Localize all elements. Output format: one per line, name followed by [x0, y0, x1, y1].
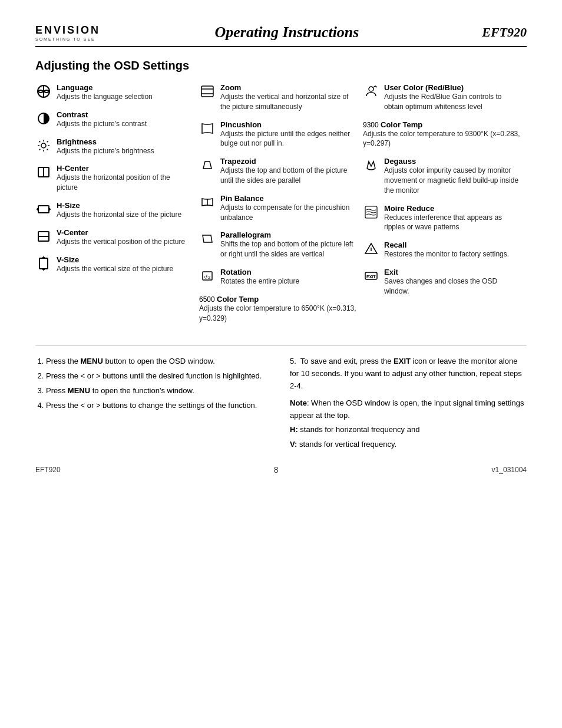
osd-column-1: Language Adjusts the language selection …: [35, 83, 199, 331]
osd-item-contrast: Contrast Adjusts the picture's contrast: [35, 110, 193, 129]
svg-line-9: [47, 149, 48, 150]
trapezoid-text: Trapezoid Adjusts the top and bottom of …: [220, 157, 357, 186]
vcenter-desc: Adjusts the vertical position of the pic…: [57, 237, 193, 247]
osd-item-pincushion: Pincushion Adjusts the picture until the…: [199, 120, 357, 149]
exit-label: Exit: [384, 268, 521, 276]
degauss-label: Degauss: [384, 157, 521, 166]
contrast-label: Contrast: [57, 110, 193, 119]
moire-text: Moire Reduce Reduces interference that a…: [384, 204, 521, 233]
brand-tagline: SOMETHING TO SEE: [35, 37, 106, 41]
footer-right: v1_031004: [492, 466, 527, 474]
osd-item-colortemp6500: 6500 Color Temp Adjusts the color temper…: [199, 295, 357, 324]
rotation-desc: Rotates the entire picture: [220, 276, 357, 286]
brightness-desc: Adjusts the picture's brightness: [57, 146, 193, 156]
hsize-label: H-Size: [57, 201, 193, 210]
page-title: Operating Instructions: [106, 24, 468, 41]
hcenter-desc: Adjusts the horizontal position of the p…: [57, 173, 193, 193]
moire-desc: Reduces interference that appears as rip…: [384, 213, 521, 233]
pincushion-icon: [199, 121, 216, 136]
osd-item-pinbalance: Pin Balance Adjusts to compensate for th…: [199, 194, 357, 223]
svg-marker-27: [203, 235, 212, 242]
osd-item-zoom: Zoom Adjusts the vertical and horizontal…: [199, 83, 357, 112]
vcenter-label: V-Center: [57, 228, 193, 237]
hsize-desc: Adjusts the horizontal size of the pictu…: [57, 210, 193, 220]
language-text: Language Adjusts the language selection: [57, 83, 193, 102]
instruction-2: Press the < or > buttons until the desir…: [46, 370, 272, 383]
instruction-3: Press MENU to open the function's window…: [46, 385, 272, 397]
usercolor-text: User Color (Red/Blue) Adjusts the Red/Bl…: [384, 83, 521, 112]
usercolor-desc: Adjusts the Red/Blue Gain controls to ob…: [384, 92, 521, 112]
exit-icon: EXIT: [363, 269, 379, 283]
svg-rect-22: [201, 86, 213, 97]
osd-item-moire: Moire Reduce Reduces interference that a…: [363, 204, 521, 233]
trapezoid-icon: [199, 158, 216, 172]
zoom-desc: Adjusts the vertical and horizontal size…: [220, 92, 357, 112]
colortemp9300-text: 9300 Color Temp Adjusts the color temper…: [363, 120, 521, 149]
model-number: EFT920: [468, 25, 527, 40]
usercolor-icon: [363, 84, 379, 98]
hsize-icon: [35, 202, 52, 216]
language-desc: Adjusts the language selection: [57, 92, 193, 102]
brightness-text: Brightness Adjusts the picture's brightn…: [57, 137, 193, 156]
trapezoid-desc: Adjusts the top and bottom of the pictur…: [220, 166, 357, 186]
instructions-left: Press the MENU button to open the OSD wi…: [35, 355, 272, 453]
instruction-5: 5. To save and exit, press the EXIT icon…: [290, 355, 527, 392]
instruction-4: Press the < or > buttons to change the s…: [46, 400, 272, 412]
osd-item-recall: Recall Restores the monitor to factory s…: [363, 241, 521, 259]
parallelogram-desc: Shifts the top and bottom of the picture…: [220, 239, 357, 259]
zoom-icon: [199, 84, 216, 98]
language-label: Language: [57, 83, 193, 92]
brand-name: ENVISION: [35, 24, 106, 37]
footer-left: EFT920: [35, 466, 61, 474]
osd-item-hcenter: H-Center Adjusts the horizontal position…: [35, 164, 193, 193]
section-title: Adjusting the OSD Settings: [35, 59, 527, 73]
pincushion-label: Pincushion: [220, 120, 357, 129]
vcenter-text: V-Center Adjusts the vertical position o…: [57, 228, 193, 247]
osd-item-rotation: ↺2 Rotation Rotates the entire picture: [199, 268, 357, 286]
exit-desc: Saves changes and closes the OSD window.: [384, 276, 521, 297]
footer-center: 8: [274, 465, 279, 475]
pinbalance-text: Pin Balance Adjusts to compensate for th…: [220, 194, 357, 223]
note-h: H: stands for horizontal frequency and: [290, 424, 527, 436]
osd-item-trapezoid: Trapezoid Adjusts the top and bottom of …: [199, 157, 357, 186]
colortemp6500-label: 6500 Color Temp: [199, 295, 357, 304]
osd-settings-grid: Language Adjusts the language selection …: [35, 83, 527, 331]
parallelogram-icon: [199, 232, 216, 246]
osd-item-usercolor: User Color (Red/Blue) Adjusts the Red/Bl…: [363, 83, 521, 112]
osd-item-colortemp9300: 9300 Color Temp Adjusts the color temper…: [363, 120, 521, 149]
osd-item-vcenter: V-Center Adjusts the vertical position o…: [35, 228, 193, 247]
degauss-text: Degauss Adjusts color impurity caused by…: [384, 157, 521, 195]
recall-icon: [363, 242, 379, 256]
degauss-desc: Adjusts color impurity caused by monitor…: [384, 166, 521, 195]
footer: EFT920 8 v1_031004: [35, 465, 527, 475]
parallelogram-text: Parallelogram Shifts the top and bottom …: [220, 230, 357, 259]
vcenter-icon: [35, 229, 52, 243]
instructions-list: Press the MENU button to open the OSD wi…: [35, 355, 272, 411]
svg-line-8: [39, 141, 40, 142]
usercolor-label: User Color (Red/Blue): [384, 83, 521, 92]
rotation-icon: ↺2: [199, 269, 216, 283]
svg-marker-25: [203, 162, 211, 169]
exit-text: Exit Saves changes and closes the OSD wi…: [384, 268, 521, 297]
svg-rect-14: [38, 206, 49, 213]
osd-item-brightness: Brightness Adjusts the picture's brightn…: [35, 137, 193, 156]
svg-rect-19: [39, 258, 48, 269]
pinbalance-label: Pin Balance: [220, 194, 357, 203]
pincushion-text: Pincushion Adjusts the picture until the…: [220, 120, 357, 149]
colortemp6500-desc: Adjusts the color temperature to 6500°K …: [199, 304, 357, 324]
trapezoid-label: Trapezoid: [220, 157, 357, 166]
page: ENVISION SOMETHING TO SEE Operating Inst…: [0, 0, 562, 498]
osd-column-2: Zoom Adjusts the vertical and horizontal…: [199, 83, 363, 331]
colortemp9300-desc: Adjusts the color temperature to 9300°K …: [363, 129, 521, 149]
instruction-1: Press the MENU button to open the OSD wi…: [46, 355, 272, 368]
contrast-icon: [35, 111, 52, 126]
recall-text: Recall Restores the monitor to factory s…: [384, 241, 521, 259]
svg-text:EXIT: EXIT: [366, 275, 376, 279]
language-icon: [35, 84, 52, 98]
colortemp9300-label: 9300 Color Temp: [363, 120, 521, 129]
vsize-desc: Adjusts the vertical size of the picture: [57, 264, 193, 274]
instructions-right: 5. To save and exit, press the EXIT icon…: [290, 355, 527, 453]
contrast-text: Contrast Adjusts the picture's contrast: [57, 110, 193, 129]
moire-icon: [363, 205, 379, 219]
osd-item-language: Language Adjusts the language selection: [35, 83, 193, 102]
